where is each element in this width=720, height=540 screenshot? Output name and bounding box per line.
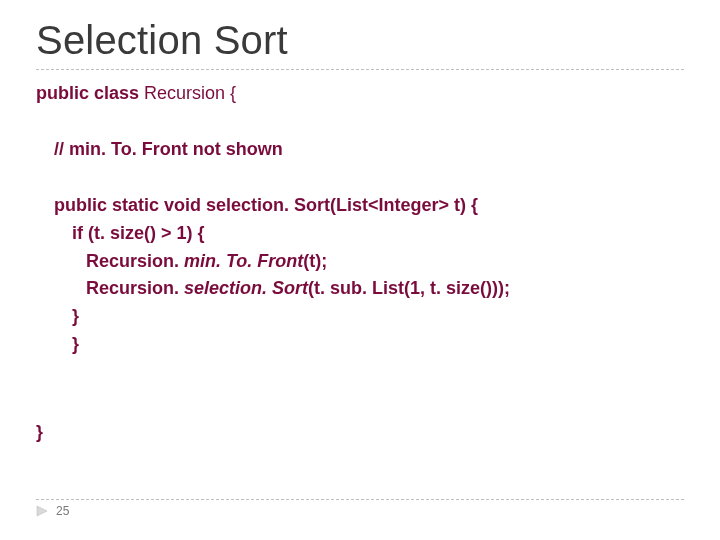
blank-gap — [36, 359, 684, 419]
code-line-if: if (t. size() > 1) { — [36, 220, 684, 248]
code-line-close-method: } — [36, 331, 684, 359]
keyword-if: if — [72, 223, 83, 243]
keyword-public-static-void: public static void — [54, 195, 206, 215]
slide-title: Selection Sort — [36, 18, 684, 63]
footer-divider — [36, 499, 684, 500]
footer-bullet-icon — [36, 505, 48, 517]
code-line-close-class: } — [36, 419, 684, 447]
if-condition: (t. size() > 1) { — [83, 223, 205, 243]
blank-line — [36, 164, 684, 192]
code-line-class-decl: public class Recursion { — [36, 80, 684, 108]
call2-prefix: Recursion. — [86, 278, 184, 298]
call2-method: selection. Sort — [184, 278, 308, 298]
call1-suffix: (t); — [303, 251, 327, 271]
blank-line — [36, 108, 684, 136]
code-line-call-1: Recursion. min. To. Front(t); — [36, 248, 684, 276]
method-sig-rest: selection. Sort(List<Integer> t) { — [206, 195, 478, 215]
title-divider — [36, 69, 684, 70]
call1-method: min. To. Front — [184, 251, 303, 271]
call1-prefix: Recursion. — [86, 251, 184, 271]
svg-marker-0 — [37, 506, 47, 516]
slide: Selection Sort public class Recursion { … — [0, 0, 720, 540]
code-line-close-inner: } — [36, 303, 684, 331]
page-number: 25 — [56, 504, 69, 518]
footer-row: 25 — [36, 504, 684, 518]
slide-footer: 25 — [36, 499, 684, 518]
code-line-method-sig: public static void selection. Sort(List<… — [36, 192, 684, 220]
code-line-comment: // min. To. Front not shown — [36, 136, 684, 164]
code-block: public class Recursion { // min. To. Fro… — [36, 80, 684, 447]
class-name-text: Recursion { — [139, 83, 236, 103]
keyword-public-class: public class — [36, 83, 139, 103]
code-line-call-2: Recursion. selection. Sort(t. sub. List(… — [36, 275, 684, 303]
call2-suffix: (t. sub. List(1, t. size())); — [308, 278, 510, 298]
